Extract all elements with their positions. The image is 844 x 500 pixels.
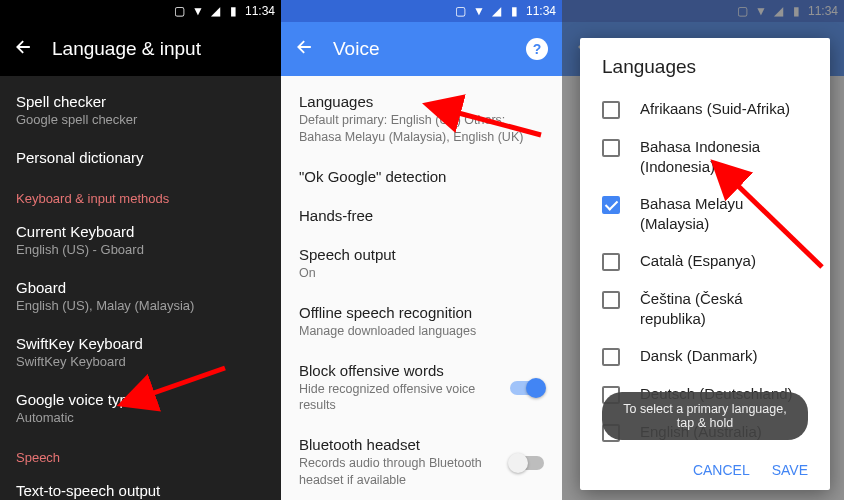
item-speech-output[interactable]: Speech output On bbox=[281, 235, 562, 293]
item-sub: Default primary: English (US) Others: Ba… bbox=[299, 112, 544, 146]
item-title: SwiftKey Keyboard bbox=[16, 335, 265, 352]
item-sub: Automatic bbox=[16, 410, 265, 425]
settings-language-input-screen: ▢ ▼ ◢ ▮ 11:34 Language & input Spell che… bbox=[0, 0, 281, 500]
item-current-keyboard[interactable]: Current Keyboard English (US) - Gboard bbox=[0, 212, 281, 268]
section-header-keyboard: Keyboard & input methods bbox=[0, 177, 281, 212]
help-icon[interactable]: ? bbox=[526, 38, 548, 60]
lang-label: Català (Espanya) bbox=[640, 251, 756, 271]
lang-bahasa-melayu[interactable]: Bahasa Melayu (Malaysia) bbox=[580, 185, 830, 242]
wifi-icon: ▼ bbox=[472, 4, 486, 18]
languages-dialog: Languages Afrikaans (Suid-Afrika) Bahasa… bbox=[580, 38, 830, 490]
item-languages[interactable]: Languages Default primary: English (US) … bbox=[281, 82, 562, 157]
item-sub: Hide recognized offensive voice results bbox=[299, 381, 544, 415]
back-icon[interactable] bbox=[14, 37, 34, 62]
item-personal-dictionary[interactable]: Personal dictionary bbox=[0, 138, 281, 177]
cast-icon: ▢ bbox=[454, 4, 468, 18]
page-title: Voice bbox=[333, 38, 379, 60]
page-title: Language & input bbox=[52, 38, 201, 60]
item-gboard[interactable]: Gboard English (US), Malay (Malaysia) bbox=[0, 268, 281, 324]
checkbox[interactable] bbox=[602, 196, 620, 214]
item-google-voice-typing[interactable]: Google voice typing Automatic bbox=[0, 380, 281, 436]
toolbar: Language & input bbox=[0, 22, 281, 76]
item-sub: On bbox=[299, 265, 544, 282]
item-title: Speech output bbox=[299, 246, 544, 263]
checkbox[interactable] bbox=[602, 348, 620, 366]
lang-catala[interactable]: Català (Espanya) bbox=[580, 242, 830, 280]
lang-afrikaans[interactable]: Afrikaans (Suid-Afrika) bbox=[580, 90, 830, 128]
status-bar: ▢ ▼ ◢ ▮ 11:34 bbox=[281, 0, 562, 22]
status-time: 11:34 bbox=[245, 4, 275, 18]
lang-bahasa-indonesia[interactable]: Bahasa Indonesia (Indonesia) bbox=[580, 128, 830, 185]
item-title: Google voice typing bbox=[16, 391, 265, 408]
item-sub: English (US), Malay (Malaysia) bbox=[16, 298, 265, 313]
item-title: Spell checker bbox=[16, 93, 265, 110]
back-icon[interactable] bbox=[295, 37, 315, 62]
toast-hint: To select a primary language, tap & hold bbox=[602, 392, 808, 440]
voice-settings-list: Languages Default primary: English (US) … bbox=[281, 76, 562, 500]
item-hands-free[interactable]: Hands-free bbox=[281, 196, 562, 235]
signal-icon: ◢ bbox=[209, 4, 223, 18]
item-sub: Google spell checker bbox=[16, 112, 265, 127]
item-ok-google[interactable]: "Ok Google" detection bbox=[281, 157, 562, 196]
lang-label: Afrikaans (Suid-Afrika) bbox=[640, 99, 790, 119]
item-title: Text-to-speech output bbox=[16, 482, 265, 499]
toggle-block-offensive[interactable] bbox=[510, 381, 544, 395]
item-spell-checker[interactable]: Spell checker Google spell checker bbox=[0, 82, 281, 138]
item-title: Languages bbox=[299, 93, 544, 110]
checkbox[interactable] bbox=[602, 253, 620, 271]
toggle-bluetooth[interactable] bbox=[510, 456, 544, 470]
item-title: Hands-free bbox=[299, 207, 544, 224]
battery-icon: ▮ bbox=[227, 4, 241, 18]
item-title: Block offensive words bbox=[299, 362, 544, 379]
item-sub: SwiftKey Keyboard bbox=[16, 354, 265, 369]
save-button[interactable]: SAVE bbox=[772, 462, 808, 478]
voice-settings-screen: ▢ ▼ ◢ ▮ 11:34 Voice ? Languages Default … bbox=[281, 0, 562, 500]
cast-icon: ▢ bbox=[173, 4, 187, 18]
section-header-speech: Speech bbox=[0, 436, 281, 471]
lang-label: Bahasa Indonesia (Indonesia) bbox=[640, 137, 808, 176]
toolbar: Voice ? bbox=[281, 22, 562, 76]
item-bluetooth-headset[interactable]: Bluetooth headset Records audio through … bbox=[281, 425, 562, 500]
item-tts-output[interactable]: Text-to-speech output bbox=[0, 471, 281, 500]
checkbox[interactable] bbox=[602, 101, 620, 119]
dialog-title: Languages bbox=[580, 38, 830, 90]
checkbox[interactable] bbox=[602, 139, 620, 157]
item-title: Offline speech recognition bbox=[299, 304, 544, 321]
lang-label: Dansk (Danmark) bbox=[640, 346, 758, 366]
lang-cestina[interactable]: Čeština (Česká republika) bbox=[580, 280, 830, 337]
lang-label: Čeština (Česká republika) bbox=[640, 289, 808, 328]
item-title: Current Keyboard bbox=[16, 223, 265, 240]
battery-icon: ▮ bbox=[508, 4, 522, 18]
item-title: Gboard bbox=[16, 279, 265, 296]
item-swiftkey[interactable]: SwiftKey Keyboard SwiftKey Keyboard bbox=[0, 324, 281, 380]
signal-icon: ◢ bbox=[490, 4, 504, 18]
item-offline-speech[interactable]: Offline speech recognition Manage downlo… bbox=[281, 293, 562, 351]
wifi-icon: ▼ bbox=[191, 4, 205, 18]
status-time: 11:34 bbox=[526, 4, 556, 18]
item-title: Bluetooth headset bbox=[299, 436, 544, 453]
item-title: Personal dictionary bbox=[16, 149, 265, 166]
item-title: "Ok Google" detection bbox=[299, 168, 544, 185]
item-sub: Manage downloaded languages bbox=[299, 323, 544, 340]
cancel-button[interactable]: CANCEL bbox=[693, 462, 750, 478]
language-picker-screen: ▢ ▼ ◢ ▮ 11:34 ? LanguagesDefault primary… bbox=[562, 0, 844, 500]
checkbox[interactable] bbox=[602, 291, 620, 309]
lang-label: Bahasa Melayu (Malaysia) bbox=[640, 194, 808, 233]
lang-dansk[interactable]: Dansk (Danmark) bbox=[580, 337, 830, 375]
status-bar: ▢ ▼ ◢ ▮ 11:34 bbox=[0, 0, 281, 22]
item-block-offensive[interactable]: Block offensive words Hide recognized of… bbox=[281, 351, 562, 426]
settings-list: Spell checker Google spell checker Perso… bbox=[0, 76, 281, 500]
item-sub: English (US) - Gboard bbox=[16, 242, 265, 257]
dialog-actions: CANCEL SAVE bbox=[580, 450, 830, 490]
